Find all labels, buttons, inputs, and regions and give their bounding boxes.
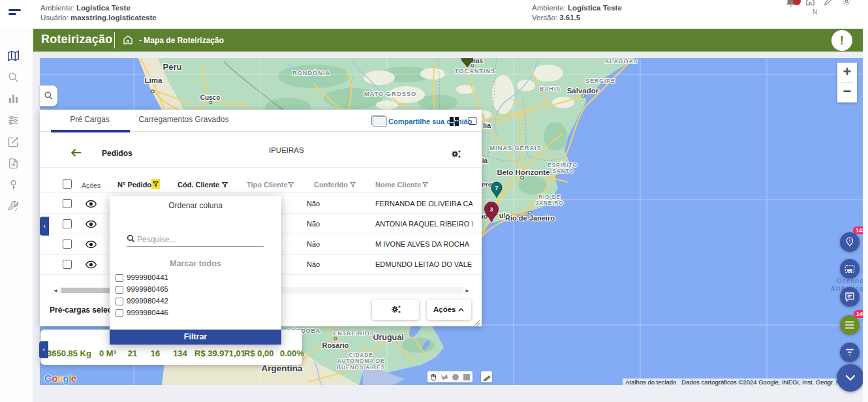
svg-text:MINAS GERAIS: MINAS GERAIS	[489, 144, 541, 151]
svg-text:JANEIRO: JANEIRO	[535, 200, 563, 206]
svg-text:BAHIA: BAHIA	[540, 85, 561, 92]
svg-text:RONDÔNIA: RONDÔNIA	[292, 69, 330, 76]
svg-text:BUENOS AIRES: BUENOS AIRES	[337, 364, 385, 371]
svg-text:SERGIPE: SERGIPE	[585, 78, 615, 84]
svg-text:Peru: Peru	[163, 62, 182, 72]
svg-text:AUTÔNOMA DE: AUTÔNOMA DE	[337, 357, 385, 364]
svg-text:Lima: Lima	[145, 76, 163, 84]
svg-text:Cusco: Cusco	[200, 94, 221, 101]
svg-text:SANTO: SANTO	[552, 168, 574, 174]
svg-text:TOCANTINS: TOCANTINS	[455, 67, 495, 74]
svg-text:Salvador: Salvador	[567, 87, 599, 95]
svg-text:Uruguai: Uruguai	[373, 333, 403, 342]
svg-text:Belo Horizonte: Belo Horizonte	[497, 168, 550, 176]
svg-text:Argentina: Argentina	[261, 363, 302, 373]
svg-text:Rosário: Rosário	[322, 341, 349, 349]
svg-text:7: 7	[495, 185, 498, 191]
svg-text:3: 3	[489, 206, 493, 213]
svg-text:ALAGOAS: ALAGOAS	[605, 58, 638, 65]
svg-text:ENTRE RÍOS: ENTRE RÍOS	[333, 330, 374, 337]
svg-text:ia: ia	[482, 157, 488, 164]
svg-text:Rio de Janeiro: Rio de Janeiro	[505, 214, 555, 222]
svg-text:MATO GROSSO: MATO GROSSO	[364, 90, 416, 97]
svg-text:lia: lia	[483, 121, 491, 129]
